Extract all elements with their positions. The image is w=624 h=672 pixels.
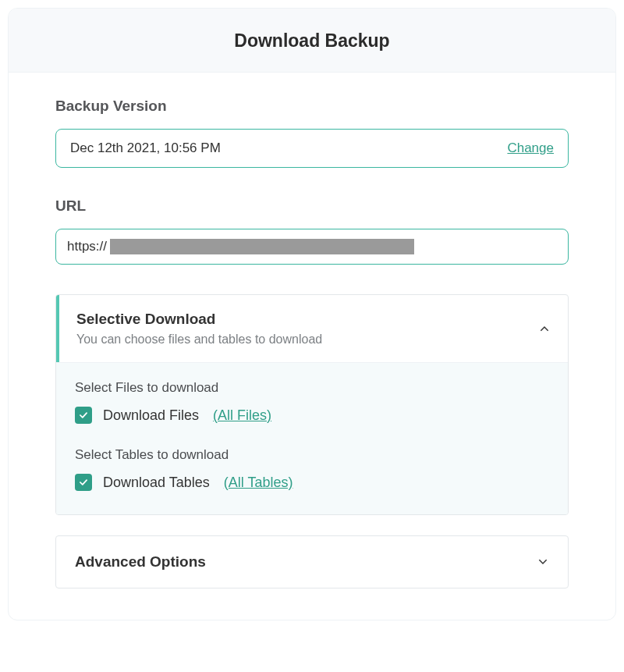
download-tables-row: Download Tables (All Tables) xyxy=(75,474,549,491)
change-version-link[interactable]: Change xyxy=(507,140,554,156)
check-icon xyxy=(78,410,89,421)
backup-version-value: Dec 12th 2021, 10:56 PM xyxy=(70,140,221,156)
chevron-down-icon xyxy=(537,556,549,568)
card-header: Download Backup xyxy=(9,9,615,73)
all-files-link[interactable]: (All Files) xyxy=(213,407,271,424)
selective-download-title: Selective Download xyxy=(76,311,322,328)
backup-version-field[interactable]: Dec 12th 2021, 10:56 PM Change xyxy=(55,129,569,168)
check-icon xyxy=(78,477,89,488)
selective-download-body: Select Files to download Download Files … xyxy=(56,362,568,514)
backup-version-label: Backup Version xyxy=(55,98,569,115)
selective-download-panel: Selective Download You can choose files … xyxy=(55,294,569,515)
chevron-up-icon xyxy=(538,322,551,335)
page-title: Download Backup xyxy=(24,30,600,52)
download-backup-card: Download Backup Backup Version Dec 12th … xyxy=(8,8,616,620)
advanced-options-panel[interactable]: Advanced Options xyxy=(55,535,569,588)
all-tables-link[interactable]: (All Tables) xyxy=(224,475,293,491)
download-files-checkbox-label: Download Files xyxy=(103,407,199,424)
url-redacted xyxy=(110,239,414,254)
card-body: Backup Version Dec 12th 2021, 10:56 PM C… xyxy=(9,73,615,620)
advanced-options-title: Advanced Options xyxy=(75,553,206,571)
selective-download-subtitle: You can choose files and tables to downl… xyxy=(76,332,322,347)
url-prefix: https:// xyxy=(67,239,107,254)
select-files-label: Select Files to download xyxy=(75,380,549,396)
download-files-checkbox[interactable] xyxy=(75,407,92,424)
download-tables-checkbox-label: Download Tables xyxy=(103,475,210,491)
url-label: URL xyxy=(55,197,569,215)
url-input[interactable]: https:// xyxy=(55,229,569,265)
download-files-row: Download Files (All Files) xyxy=(75,407,549,424)
download-tables-checkbox[interactable] xyxy=(75,474,92,491)
select-tables-label: Select Tables to download xyxy=(75,447,549,463)
selective-download-header[interactable]: Selective Download You can choose files … xyxy=(56,295,568,362)
